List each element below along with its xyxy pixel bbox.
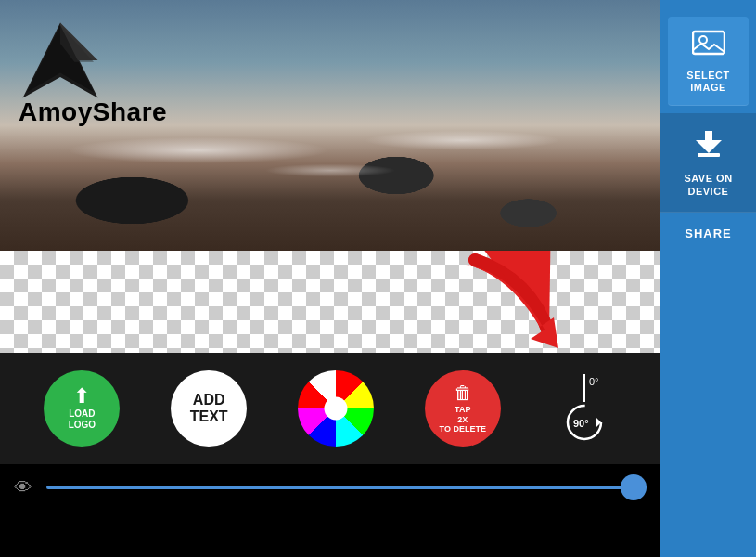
select-image-button[interactable]: SELECTIMAGE <box>668 17 749 106</box>
svg-point-11 <box>699 36 707 44</box>
arrow-overlay <box>456 251 568 353</box>
share-button[interactable]: SHARE <box>660 213 756 254</box>
svg-rect-10 <box>693 32 724 54</box>
logo-name-text: AmoyShare <box>19 97 167 127</box>
logo-mark-icon <box>19 19 102 102</box>
rotate-icon: 0° 90° <box>557 374 612 444</box>
upload-icon: ⬆ <box>73 386 90 407</box>
sidebar: SELECTIMAGE SAVE ONDEVICE SHARE <box>660 0 756 557</box>
svg-rect-13 <box>698 153 720 157</box>
delete-label: TAP 2X TO DELETE <box>440 405 486 434</box>
transparent-area <box>0 251 660 353</box>
image-icon <box>692 28 725 64</box>
save-icon <box>692 127 725 167</box>
load-logo-button[interactable]: ⬆ LOADLOGO <box>44 370 120 447</box>
opacity-slider[interactable] <box>46 486 647 489</box>
image-canvas: AmoyShare <box>0 0 660 251</box>
svg-text:0°: 0° <box>589 376 599 387</box>
main-area: AmoyShare <box>0 0 660 557</box>
eye-icon[interactable]: 👁 <box>14 477 32 499</box>
svg-text:90°: 90° <box>573 418 589 429</box>
save-device-label: SAVE ONDEVICE <box>684 173 732 197</box>
add-text-label: ADDTEXT <box>190 392 228 424</box>
trash-icon: 🗑 <box>454 382 472 404</box>
rotate-button[interactable]: 0° 90° <box>552 374 617 444</box>
select-image-label: SELECTIMAGE <box>686 70 729 94</box>
opacity-bar: 👁 <box>0 464 660 511</box>
svg-rect-14 <box>705 131 712 144</box>
save-device-button[interactable]: SAVE ONDEVICE <box>660 113 756 212</box>
share-label: SHARE <box>685 227 732 240</box>
opacity-slider-thumb[interactable] <box>621 474 647 500</box>
delete-button[interactable]: 🗑 TAP 2X TO DELETE <box>425 370 501 447</box>
toolbar: ⬆ LOADLOGO ADDTEXT 🗑 TAP 2X TO DELETE <box>0 353 660 464</box>
logo-overlay: AmoyShare <box>19 19 167 127</box>
add-text-button[interactable]: ADDTEXT <box>171 370 247 447</box>
load-logo-label: LOADLOGO <box>69 408 96 431</box>
color-picker-button[interactable] <box>298 370 374 447</box>
